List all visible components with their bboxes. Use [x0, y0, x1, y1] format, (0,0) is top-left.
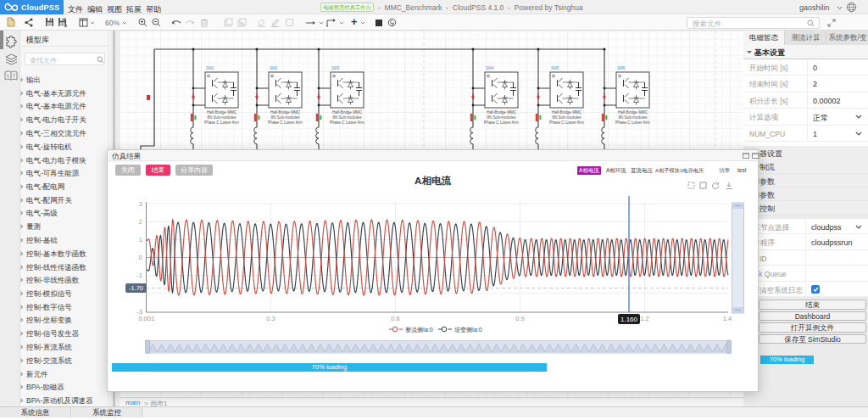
- svg-text:SM3: SM3: [331, 66, 340, 70]
- svg-text:SM5: SM5: [551, 66, 559, 70]
- svg-text:Half-Bridge MMC: Half-Bridge MMC: [618, 110, 648, 115]
- svg-text:-1: -1: [136, 272, 142, 279]
- svg-text:0.3: 0.3: [266, 315, 275, 322]
- svg-text:Half-Bridge MMC: Half-Bridge MMC: [270, 110, 301, 115]
- svg-text:Phase C Lower Arm: Phase C Lower Arm: [484, 120, 519, 125]
- svg-text:1.160: 1.160: [620, 316, 638, 323]
- svg-text:0.001: 0.001: [139, 315, 155, 322]
- svg-text:SM4: SM4: [486, 66, 494, 70]
- svg-text:Phase C Lower Arm: Phase C Lower Arm: [549, 120, 584, 125]
- svg-text:整流侧Ia:0: 整流侧Ia:0: [405, 327, 433, 333]
- svg-text:SM2: SM2: [270, 66, 278, 70]
- svg-text:Half-Bridge MMC: Half-Bridge MMC: [207, 110, 237, 115]
- svg-text:Phase C Lower Arm: Phase C Lower Arm: [268, 120, 303, 125]
- svg-text:-1.70: -1.70: [129, 284, 143, 292]
- svg-text:3: 3: [139, 200, 142, 208]
- svg-text:SM1: SM1: [206, 66, 214, 70]
- svg-text:Half-Bridge MMC: Half-Bridge MMC: [552, 110, 582, 115]
- svg-text:Half-Bridge MMC: Half-Bridge MMC: [332, 110, 363, 115]
- svg-text:8N Sub-modules: 8N Sub-modules: [270, 115, 300, 120]
- svg-text:8N Sub-modules: 8N Sub-modules: [487, 115, 516, 120]
- svg-text:8N Sub-modules: 8N Sub-modules: [332, 115, 362, 120]
- svg-text:0.6: 0.6: [391, 315, 399, 322]
- svg-text:1: 1: [139, 236, 142, 244]
- svg-text:Phase C Lower Arm: Phase C Lower Arm: [204, 120, 239, 125]
- svg-text:8N Sub-modules: 8N Sub-modules: [552, 115, 581, 120]
- svg-text:8N Sub-modules: 8N Sub-modules: [618, 115, 648, 120]
- svg-text:Phase C Lower Arm: Phase C Lower Arm: [615, 120, 650, 125]
- svg-text:Phase C Lower Arm: Phase C Lower Arm: [330, 120, 364, 125]
- svg-text:0.9: 0.9: [515, 315, 524, 322]
- svg-text:1.2: 1.2: [640, 315, 648, 322]
- svg-text:Half-Bridge MMC: Half-Bridge MMC: [487, 110, 517, 115]
- svg-text:2: 2: [139, 218, 142, 226]
- svg-text:8N Sub-modules: 8N Sub-modules: [207, 115, 236, 120]
- svg-text:1.4: 1.4: [723, 315, 732, 322]
- svg-text:0: 0: [139, 254, 142, 261]
- svg-text:SM6: SM6: [617, 66, 626, 70]
- svg-text:逆变侧Ia:0: 逆变侧Ia:0: [454, 327, 482, 333]
